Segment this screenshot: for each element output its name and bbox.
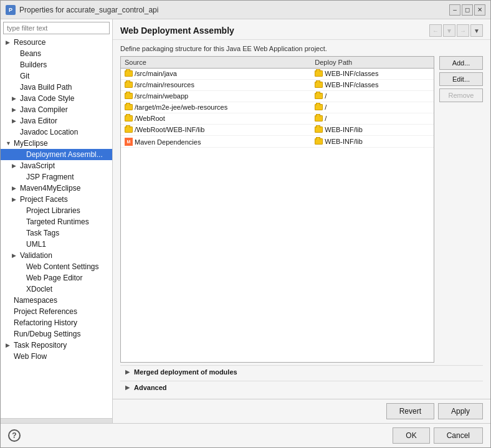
expand-icon [12, 163, 18, 169]
table-row[interactable]: /target/m2e-jee/web-resources / [121, 102, 434, 113]
advanced-header[interactable]: Advanced [120, 381, 483, 394]
sidebar-item-validation[interactable]: Validation [1, 250, 112, 261]
sidebar-item-label: Targeted Runtimes [26, 217, 89, 226]
sidebar-item-java-editor[interactable]: Java Editor [1, 115, 112, 126]
cancel-button[interactable]: Cancel [434, 427, 483, 444]
folder-icon [315, 115, 323, 122]
sidebar-item-label: Javadoc Location [20, 128, 78, 136]
sidebar-item-namespaces[interactable]: Namespaces [1, 295, 112, 306]
sidebar-item-project-references[interactable]: Project References [1, 306, 112, 317]
advanced-section: Advanced [120, 381, 483, 394]
sidebar-item-java-compiler[interactable]: Java Compiler [1, 104, 112, 115]
sidebar-item-task-repository[interactable]: Task Repository [1, 340, 112, 351]
deploy-cell: / [311, 113, 434, 125]
folder-icon [125, 82, 133, 88]
titlebar: P Properties for accurate_sugar_control_… [1, 1, 490, 19]
maximize-button[interactable]: ◻ [462, 4, 473, 16]
sidebar-item-myeclipse[interactable]: MyEclipse [1, 138, 112, 149]
sidebar-item-deployment-assembly[interactable]: Deployment Assembl... [1, 149, 112, 160]
expand-icon [12, 185, 18, 191]
bottom-right-buttons: Revert Apply [386, 403, 483, 419]
source-icon-cell: /src/main/java [125, 70, 177, 77]
sidebar-item-resource[interactable]: Resource [1, 37, 112, 48]
merged-deployment-section: Merged deployment of modules [120, 365, 483, 378]
expand-icon [12, 196, 18, 203]
sidebar-item-web-content-settings[interactable]: Web Content Settings [1, 261, 112, 272]
add-button[interactable]: Add... [439, 56, 483, 70]
table-row[interactable]: /WebRoot / [121, 113, 434, 125]
minimize-button[interactable]: – [449, 4, 460, 16]
sidebar-item-git[interactable]: Git [1, 70, 112, 82]
final-bar: ? OK Cancel [1, 423, 490, 447]
deploy-icon-cell: WEB-INF/classes [315, 70, 378, 77]
sidebar-item-task-tags[interactable]: Task Tags [1, 227, 112, 239]
maven-icon: M [125, 138, 133, 146]
sidebar-item-label: Resource [14, 38, 45, 47]
deploy-cell: WEB-INF/lib [311, 125, 434, 136]
sidebar-item-web-page-editor[interactable]: Web Page Editor [1, 272, 112, 284]
sidebar-item-label: UML1 [26, 240, 46, 249]
folder-icon [125, 126, 133, 133]
col-source: Source [121, 57, 311, 69]
sidebar-item-label: Beans [20, 49, 41, 58]
folder-icon [125, 93, 133, 99]
nav-dropdown-button[interactable]: ▼ [443, 24, 455, 37]
nav-menu-button[interactable]: ▼ [470, 24, 483, 37]
nav-back-button[interactable]: ← [429, 24, 442, 37]
sidebar-item-project-facets[interactable]: Project Facets [1, 194, 112, 205]
sidebar-scrollbar[interactable] [1, 418, 112, 423]
sidebar-item-xdoclet[interactable]: XDoclet [1, 284, 112, 295]
table-row[interactable]: /src/main/java WEB-INF/classes [121, 69, 434, 80]
expand-icon [6, 39, 12, 45]
apply-button[interactable]: Apply [438, 403, 483, 419]
bottom-bar: Revert Apply [113, 399, 490, 423]
nav-forward-button[interactable]: → [457, 24, 469, 37]
sidebar-item-builders[interactable]: Builders [1, 59, 112, 70]
source-cell: /WebRoot/WEB-INF/lib [121, 125, 311, 136]
sidebar-item-javadoc-location[interactable]: Javadoc Location [1, 126, 112, 138]
edit-button[interactable]: Edit... [439, 72, 483, 86]
nav-arrows: ← ▼ → ▼ [429, 24, 483, 37]
merged-deployment-label: Merged deployment of modules [134, 368, 237, 376]
merged-deployment-header[interactable]: Merged deployment of modules [120, 366, 483, 378]
folder-icon [315, 138, 323, 145]
panel-header: Web Deployment Assembly ← ▼ → ▼ [113, 19, 490, 40]
table-row[interactable]: /src/main/webapp / [121, 91, 434, 102]
source-icon-cell: /WebRoot [125, 115, 165, 122]
sidebar-item-beans[interactable]: Beans [1, 48, 112, 59]
titlebar-controls: – ◻ ✕ [449, 4, 485, 16]
table-row[interactable]: M Maven Dependencies WEB-INF/lib [121, 136, 434, 148]
sidebar-item-java-build-path[interactable]: Java Build Path [1, 82, 112, 93]
revert-button[interactable]: Revert [386, 403, 434, 419]
close-button[interactable]: ✕ [474, 4, 485, 16]
sidebar-item-run-debug-settings[interactable]: Run/Debug Settings [1, 328, 112, 340]
source-cell: /src/main/webapp [121, 91, 311, 102]
sidebar-item-label: Builders [20, 60, 47, 69]
sidebar-item-label: Project References [14, 307, 77, 316]
remove-button[interactable]: Remove [439, 88, 483, 102]
sidebar-item-web-flow[interactable]: Web Flow [1, 351, 112, 362]
table-row[interactable]: /src/main/resources WEB-INF/classes [121, 80, 434, 91]
sidebar-item-targeted-runtimes[interactable]: Targeted Runtimes [1, 216, 112, 227]
folder-icon [125, 104, 133, 110]
filter-input[interactable] [3, 22, 110, 34]
source-cell: M Maven Dependencies [121, 136, 311, 148]
sidebar-item-label: Web Flow [14, 352, 47, 361]
sidebar-item-project-libraries[interactable]: Project Libraries [1, 205, 112, 216]
sidebar-item-label: Git [20, 72, 29, 80]
sidebar-item-label: Refactoring History [14, 318, 77, 327]
sidebar-item-jsp-fragment[interactable]: JSP Fragment [1, 171, 112, 183]
sidebar-item-javascript[interactable]: JavaScript [1, 160, 112, 171]
sidebar-item-uml1[interactable]: UML1 [1, 239, 112, 250]
table-row[interactable]: /WebRoot/WEB-INF/lib WEB-INF/lib [121, 125, 434, 136]
ok-button[interactable]: OK [393, 427, 429, 444]
sidebar-item-refactoring-history[interactable]: Refactoring History [1, 317, 112, 328]
source-icon-cell: /WebRoot/WEB-INF/lib [125, 126, 204, 133]
table-with-buttons: Source Deploy Path /src/main/java [120, 56, 483, 363]
sidebar-item-maven4myeclipse[interactable]: Maven4MyEclipse [1, 183, 112, 194]
deploy-icon-cell: / [315, 115, 327, 122]
window-icon: P [6, 5, 16, 15]
help-button[interactable]: ? [8, 429, 21, 442]
sidebar-item-java-code-style[interactable]: Java Code Style [1, 93, 112, 104]
source-icon-cell: M Maven Dependencies [125, 138, 201, 146]
